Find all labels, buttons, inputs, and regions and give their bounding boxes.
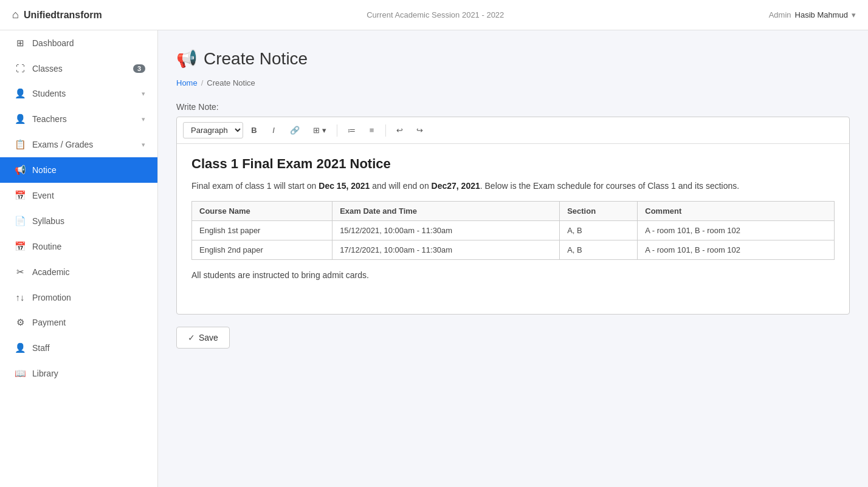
page-title-icon: 📢 (176, 49, 198, 69)
cell-section: A, B (560, 221, 638, 240)
breadcrumb-current: Create Notice (207, 78, 255, 87)
syllabus-icon: 📄 (14, 216, 26, 226)
routine-label: Routine (32, 242, 145, 251)
toolbar-divider-2 (385, 124, 386, 137)
editor-toolbar: Paragraph B I 🔗 ⊞ ▾ ≔ ≡ ↩ ↪ (177, 117, 849, 144)
sidebar-item-staff[interactable]: 👤Staff (0, 335, 157, 361)
write-note-label: Write Note: (176, 102, 850, 112)
col-comment: Comment (638, 202, 835, 221)
cell-comment: A - room 101, B - room 102 (638, 240, 835, 260)
main-content: 📢 Create Notice Home / Create Notice Wri… (158, 30, 868, 487)
event-label: Event (32, 191, 145, 200)
editor-container: Paragraph B I 🔗 ⊞ ▾ ≔ ≡ ↩ ↪ Class 1 Fina… (176, 117, 850, 315)
cell-date: 17/12/2021, 10:00am - 11:30am (332, 240, 560, 260)
undo-button[interactable]: ↩ (391, 123, 408, 138)
link-button[interactable]: 🔗 (284, 123, 305, 138)
event-icon: 📅 (14, 190, 26, 201)
toolbar-divider (337, 124, 337, 137)
col-section: Section (560, 202, 638, 221)
page-title: Create Notice (204, 49, 308, 69)
breadcrumb-separator: / (201, 78, 204, 87)
bold-button[interactable]: B (246, 123, 263, 138)
paragraph-select[interactable]: Paragraph (183, 122, 243, 138)
breadcrumb-home[interactable]: Home (176, 78, 198, 87)
sidebar-item-library[interactable]: 📖Library (0, 361, 157, 386)
page-title-row: 📢 Create Notice (176, 49, 850, 69)
session-label: Current Academic Session 2021 - 2022 (367, 10, 504, 19)
cell-course: English 1st paper (192, 221, 332, 240)
breadcrumb: Home / Create Notice (176, 78, 850, 87)
sidebar-item-dashboard[interactable]: ⊞Dashboard (0, 30, 157, 56)
sidebar-item-routine[interactable]: 📅Routine (0, 234, 157, 259)
sidebar-item-classes[interactable]: ⛶Classes3 (0, 56, 157, 81)
exams-chevron: ▾ (142, 141, 145, 149)
home-icon: ⌂ (12, 9, 19, 21)
routine-icon: 📅 (14, 241, 26, 252)
main-layout: ⊞Dashboard⛶Classes3👤Students▾👤Teachers▾📋… (0, 30, 868, 487)
sidebar-item-notice[interactable]: 📢Notice (0, 157, 157, 183)
syllabus-label: Syllabus (32, 216, 145, 226)
library-label: Library (32, 369, 145, 378)
ordered-list-button[interactable]: ≔ (342, 123, 361, 138)
table-row: English 1st paper15/12/2021, 10:00am - 1… (192, 221, 835, 240)
promotion-icon: ↑↓ (14, 292, 26, 302)
sidebar: ⊞Dashboard⛶Classes3👤Students▾👤Teachers▾📋… (0, 30, 158, 487)
classes-icon: ⛶ (14, 63, 26, 73)
teachers-icon: 👤 (14, 114, 26, 124)
sidebar-item-academic[interactable]: ✂Academic (0, 259, 157, 285)
save-label: Save (199, 333, 218, 342)
admin-badge: Admin (769, 10, 791, 19)
brand-name: Unifiedtransform (24, 10, 102, 21)
sidebar-item-promotion[interactable]: ↑↓Promotion (0, 285, 157, 310)
teachers-label: Teachers (32, 114, 136, 124)
payment-label: Payment (32, 318, 145, 327)
students-chevron: ▾ (142, 90, 145, 98)
dashboard-icon: ⊞ (14, 38, 26, 49)
exams-label: Exams / Grades (32, 140, 136, 149)
promotion-label: Promotion (32, 293, 145, 302)
exams-icon: 📋 (14, 139, 26, 150)
staff-icon: 👤 (14, 342, 26, 353)
sidebar-item-students[interactable]: 👤Students▾ (0, 81, 157, 106)
top-navigation: ⌂ Unifiedtransform Current Academic Sess… (0, 0, 868, 30)
dashboard-label: Dashboard (32, 38, 145, 48)
sidebar-item-exams[interactable]: 📋Exams / Grades▾ (0, 132, 157, 157)
notice-footer-note: All students are instructed to bring adm… (191, 268, 835, 282)
table-button[interactable]: ⊞ ▾ (308, 123, 332, 138)
cell-course: English 2nd paper (192, 240, 332, 260)
editor-body[interactable]: Class 1 Final Exam 2021 Notice Final exa… (177, 144, 849, 314)
payment-icon: ⚙ (14, 317, 26, 328)
students-icon: 👤 (14, 88, 26, 99)
col-course: Course Name (192, 202, 332, 221)
table-row: English 2nd paper17/12/2021, 10:00am - 1… (192, 240, 835, 260)
save-button[interactable]: ✓ Save (176, 327, 230, 349)
notice-title: Class 1 Final Exam 2021 Notice (191, 156, 835, 172)
classes-badge: 3 (133, 64, 145, 73)
redo-button[interactable]: ↪ (411, 123, 429, 138)
cell-date: 15/12/2021, 10:00am - 11:30am (332, 221, 560, 240)
username: Hasib Mahmud (795, 10, 848, 19)
staff-label: Staff (32, 343, 145, 353)
check-icon: ✓ (188, 333, 195, 342)
unordered-list-button[interactable]: ≡ (363, 123, 381, 138)
exam-schedule-table: Course Name Exam Date and Time Section C… (191, 201, 835, 260)
classes-label: Classes (32, 64, 127, 73)
academic-icon: ✂ (14, 267, 26, 278)
user-menu-chevron: ▾ (852, 10, 856, 19)
brand-logo[interactable]: ⌂ Unifiedtransform (12, 9, 102, 21)
sidebar-item-syllabus[interactable]: 📄Syllabus (0, 208, 157, 234)
notice-icon: 📢 (14, 165, 26, 175)
teachers-chevron: ▾ (142, 115, 145, 123)
library-icon: 📖 (14, 368, 26, 379)
cell-comment: A - room 101, B - room 102 (638, 221, 835, 240)
academic-label: Academic (32, 267, 145, 277)
cell-section: A, B (560, 240, 638, 260)
italic-button[interactable]: I (265, 123, 282, 138)
sidebar-item-event[interactable]: 📅Event (0, 183, 157, 208)
user-menu[interactable]: Admin Hasib Mahmud ▾ (769, 10, 856, 19)
col-date: Exam Date and Time (332, 202, 560, 221)
notice-intro: Final exam of class 1 will start on Dec … (191, 179, 835, 192)
sidebar-item-payment[interactable]: ⚙Payment (0, 310, 157, 335)
students-label: Students (32, 89, 136, 98)
sidebar-item-teachers[interactable]: 👤Teachers▾ (0, 106, 157, 132)
